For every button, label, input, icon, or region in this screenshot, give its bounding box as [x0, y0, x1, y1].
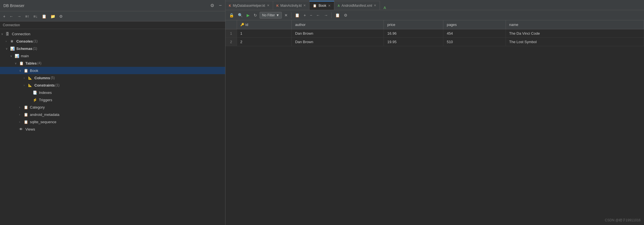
arrow-sqlite-sequence: ›	[19, 120, 24, 123]
config-button[interactable]: ⚙	[58, 13, 64, 19]
tab-close-book[interactable]: ✕	[328, 4, 331, 8]
tree-item-main[interactable]: ∨ 📊 main	[0, 52, 225, 59]
cell-author-1[interactable]: Dan Brown	[292, 29, 384, 38]
tree-item-consoles[interactable]: › 🖥 Consoles (1)	[0, 38, 225, 45]
back-button[interactable]: ←	[8, 13, 15, 19]
key-icon: 🔑	[240, 23, 244, 27]
cell-pages-2[interactable]: 510	[443, 38, 506, 46]
table-row[interactable]: 2 2 Dan Brown 19.95 510 The Lost Symbol	[225, 38, 644, 46]
icon-book: 📋	[24, 69, 29, 73]
cell-id-2[interactable]: 2	[237, 38, 292, 46]
tree-item-sqlite-sequence[interactable]: › 📋 sqlite_sequence	[0, 118, 225, 125]
tab-label-mainactivity: MainActivity.kt	[280, 4, 302, 8]
tab-bar: K MyDatabaseHelper.kt ✕ K MainActivity.k…	[225, 0, 644, 10]
table-container: 🔑 id author price pages name 1 1	[225, 20, 644, 225]
label-main: main	[21, 54, 29, 58]
count-consoles: (1)	[34, 39, 38, 43]
arrow-schemas: ∨	[6, 47, 10, 50]
minimize-icon[interactable]: −	[219, 3, 222, 8]
table-header-row: 🔑 id author price pages name	[225, 20, 644, 29]
label-triggers: Triggers	[39, 98, 52, 102]
arrow-connection: ∨	[1, 32, 6, 36]
icon-views: 👁	[19, 127, 24, 131]
sort-asc-button[interactable]: ≡↑	[24, 13, 31, 19]
tree-item-schemas[interactable]: ∨ 📊 Schemas (1)	[0, 45, 225, 52]
tree-item-triggers[interactable]: ⚡ Triggers	[0, 96, 225, 103]
cell-price-1[interactable]: 16.96	[384, 29, 443, 38]
add-button[interactable]: +	[2, 13, 7, 19]
forward-button[interactable]: →	[16, 13, 23, 19]
lock-button[interactable]: 🔒	[228, 12, 235, 18]
tab-book[interactable]: 📋 Book ✕	[309, 1, 334, 10]
label-category: Category	[30, 105, 45, 109]
tab-label-mydatabasehelper: MyDatabaseHelper.kt	[233, 4, 265, 8]
tab-androidmanifest[interactable]: A AndroidManifest.xml ✕	[334, 1, 380, 10]
copy-table-button[interactable]: 📋	[293, 12, 301, 18]
header-author[interactable]: author	[292, 20, 384, 29]
tree-item-book[interactable]: ∨ 📋 Book	[0, 67, 225, 74]
cell-price-2[interactable]: 19.95	[384, 38, 443, 46]
tree-item-views[interactable]: 👁 Views	[0, 125, 225, 133]
header-name[interactable]: name	[506, 20, 644, 29]
tab-close-mydatabasehelper[interactable]: ✕	[267, 4, 269, 7]
cell-author-2[interactable]: Dan Brown	[292, 38, 384, 46]
arrow-main: ∨	[10, 54, 15, 58]
tree-item-indexes[interactable]: 📑 Indexes	[0, 89, 225, 96]
label-indexes: Indexes	[39, 91, 52, 95]
header-id[interactable]: 🔑 id	[237, 20, 292, 29]
cell-name-2[interactable]: The Lost Symbol	[506, 38, 644, 46]
add-row-button[interactable]: +	[302, 12, 307, 18]
count-columns: (5)	[51, 76, 55, 80]
remove-row-button[interactable]: −	[308, 12, 313, 18]
run-button[interactable]: ▶	[245, 12, 251, 18]
separator1	[291, 12, 291, 18]
cell-pages-1[interactable]: 454	[443, 29, 506, 38]
header-price[interactable]: price	[384, 20, 443, 29]
sort-desc-button[interactable]: ≡↓	[32, 13, 39, 19]
search-button[interactable]: 🔍	[236, 12, 244, 18]
refresh-button[interactable]: ↻	[252, 12, 258, 18]
title-bar: DB Browser ⚙ −	[0, 0, 225, 11]
icon-connection: 🗄	[6, 32, 11, 36]
icon-sqlite-sequence: 📋	[24, 120, 29, 124]
left-toolbar: + ← → ≡↑ ≡↓ 📋 📁 ⚙	[0, 11, 225, 21]
tab-extra-icon: A	[383, 6, 386, 10]
tree-item-constraints[interactable]: › 📐 Constraints (1)	[0, 81, 225, 89]
label-sqlite-sequence: sqlite_sequence	[30, 120, 56, 124]
tab-icon-mydatabasehelper: K	[229, 4, 231, 7]
tab-icon-book: 📋	[313, 4, 317, 8]
tree-item-android-metadata[interactable]: › 📋 android_metadata	[0, 111, 225, 118]
app-title: DB Browser	[3, 3, 25, 8]
tab-close-androidmanifest[interactable]: ✕	[374, 4, 376, 7]
count-schemas: (1)	[33, 47, 37, 50]
tree-item-connection[interactable]: ∨ 🗄 Connection	[0, 30, 225, 38]
arrow-category: ›	[19, 106, 24, 109]
tree-item-columns[interactable]: › 📐 Columns (5)	[0, 74, 225, 81]
copy-button[interactable]: 📋	[40, 13, 48, 19]
cell-name-1[interactable]: The Da Vinci Code	[506, 29, 644, 38]
header-pages[interactable]: pages	[443, 20, 506, 29]
count-tables: (4)	[37, 61, 41, 65]
next-button[interactable]: →	[323, 12, 329, 18]
prev-button[interactable]: ←	[315, 12, 322, 18]
label-book: Book	[30, 69, 38, 73]
filter-dropdown[interactable]: No Filter ▼	[260, 12, 282, 19]
settings-icon[interactable]: ⚙	[210, 3, 214, 8]
cell-id-1[interactable]: 1	[237, 29, 292, 38]
clear-filter-button[interactable]: ✕	[283, 12, 289, 18]
folder-button[interactable]: 📁	[49, 13, 57, 19]
tab-icon-androidmanifest: A	[338, 4, 340, 7]
table-row[interactable]: 1 1 Dan Brown 16.96 454 The Da Vinci Cod…	[225, 29, 644, 38]
label-connection: Connection	[12, 32, 30, 36]
tab-close-mainactivity[interactable]: ✕	[303, 4, 306, 7]
icon-columns: 📐	[28, 76, 33, 80]
icon-android-metadata: 📋	[24, 112, 29, 117]
table-settings-button[interactable]: ⚙	[342, 12, 349, 18]
tab-mydatabasehelper[interactable]: K MyDatabaseHelper.kt ✕	[225, 1, 273, 10]
arrow-columns: ›	[24, 76, 28, 80]
tab-mainactivity[interactable]: K MainActivity.kt ✕	[273, 1, 310, 10]
tree-item-tables[interactable]: ∨ 📋 Tables (4)	[0, 59, 225, 67]
clipboard-button[interactable]: 📋	[334, 12, 341, 18]
label-columns: Columns	[34, 76, 50, 80]
tree-item-category[interactable]: › 📋 Category	[0, 103, 225, 111]
